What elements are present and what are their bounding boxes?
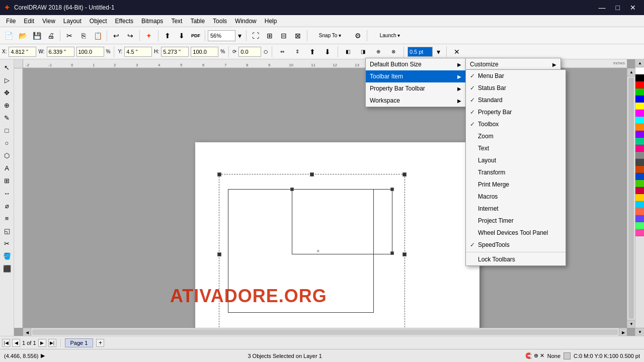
angle-field[interactable]: 0.0 xyxy=(238,47,261,57)
swatch-gold[interactable] xyxy=(635,194,644,201)
transparency-tool[interactable]: ◱ xyxy=(1,225,13,237)
menu-file[interactable]: File xyxy=(2,17,20,26)
zoom-tool[interactable]: ⊕ xyxy=(1,99,13,111)
dd-lock-toolbars[interactable]: ✓ Lock Toolbars xyxy=(466,253,566,265)
swatch-cyan[interactable] xyxy=(635,117,644,124)
ungroup-button[interactable]: ◨ xyxy=(357,45,370,58)
export-button[interactable]: ⬇ xyxy=(175,29,188,42)
connector-tool[interactable]: ⌀ xyxy=(1,200,13,212)
save-button[interactable]: 💾 xyxy=(30,29,43,42)
ellipse-tool[interactable]: ○ xyxy=(1,137,13,149)
swatch-navy[interactable] xyxy=(635,173,644,180)
cut-button[interactable]: ✂ xyxy=(63,29,76,42)
pan-tool[interactable]: ✥ xyxy=(1,86,13,99)
dd-toolbox[interactable]: ✓ Toolbox xyxy=(466,118,566,130)
x-field[interactable]: 4.812 " xyxy=(9,47,36,57)
close-button[interactable]: ✕ xyxy=(626,3,640,13)
dd-menu-bar[interactable]: ✓ Menu Bar xyxy=(466,70,566,82)
swatch-brown[interactable] xyxy=(635,166,644,173)
menu-help[interactable]: Help xyxy=(261,17,281,26)
menu-view[interactable]: View xyxy=(38,17,59,26)
mirror-h-button[interactable]: ⇔ xyxy=(276,45,289,58)
minimize-button[interactable]: — xyxy=(595,3,610,13)
page-first[interactable]: |◀ xyxy=(2,339,10,347)
toolbar-submenu[interactable]: Default Button Size ▶ Toolbar Item ▶ Pro… xyxy=(365,58,466,107)
new-button[interactable]: 📄 xyxy=(2,29,15,42)
w-field[interactable]: 6.339 " xyxy=(47,47,74,57)
page-next[interactable]: ▶ xyxy=(38,339,46,347)
swatch-hotpink[interactable] xyxy=(635,229,644,236)
import-button[interactable]: ⬆ xyxy=(161,29,174,42)
pdf-button[interactable]: PDF xyxy=(189,29,202,42)
dd-macros[interactable]: ✓ Macros xyxy=(466,191,566,203)
menu-layout[interactable]: Layout xyxy=(59,17,86,26)
swatch-yellow[interactable] xyxy=(635,103,644,110)
zoom-input[interactable]: 56% xyxy=(208,30,235,41)
fill-tool[interactable]: 🪣 xyxy=(1,250,13,262)
dd-internet[interactable]: ✓ Internet xyxy=(466,203,566,215)
scroll-up-arrow[interactable]: ▲ xyxy=(627,68,635,76)
snap-to-button[interactable]: Snap To ▾ xyxy=(310,29,350,42)
swatch-darkgray[interactable] xyxy=(635,159,644,166)
swatch-crimson[interactable] xyxy=(635,187,644,194)
dd-status-bar[interactable]: ✓ Status Bar xyxy=(466,82,566,94)
dimension-tool[interactable]: ↔ xyxy=(1,187,13,199)
eyedropper-tool[interactable]: ✂ xyxy=(1,237,13,249)
grid-button[interactable]: ⊞ xyxy=(263,29,276,42)
dd-wheel-devices[interactable]: ✓ Wheel Devices Tool Panel xyxy=(466,227,566,239)
swatch-pink[interactable] xyxy=(635,145,644,152)
swatch-red[interactable] xyxy=(635,81,644,88)
page-prev[interactable]: ◀ xyxy=(12,339,20,347)
dd-property-bar[interactable]: ✓ Property Bar xyxy=(466,106,566,118)
swatch-green[interactable] xyxy=(635,88,644,96)
options-button[interactable]: ⚙ xyxy=(351,29,364,42)
to-back-button[interactable]: ⬇ xyxy=(321,45,334,58)
scroll-down-arrow[interactable]: ▼ xyxy=(627,320,635,328)
group-button[interactable]: ◧ xyxy=(342,45,355,58)
menu-window[interactable]: Window xyxy=(231,17,261,26)
zoom-control[interactable]: 56% ▾ xyxy=(208,29,244,42)
dd-transform[interactable]: ✓ Transform xyxy=(466,166,566,178)
dd-speedtools[interactable]: ✓ SpeedTools xyxy=(466,239,566,251)
swatch-gray[interactable] xyxy=(635,152,644,159)
swatch-indigo[interactable] xyxy=(635,215,644,222)
inner-handle-br[interactable] xyxy=(390,251,394,255)
dd-customize[interactable]: Customize ▶ xyxy=(466,58,560,70)
right-scrollbar[interactable]: ▲ ▼ xyxy=(627,68,635,328)
swatch-white[interactable] xyxy=(635,67,644,74)
swatch-magenta[interactable] xyxy=(635,110,644,117)
polygon-tool[interactable]: ⬡ xyxy=(1,149,13,161)
scale-x-field[interactable]: 100.0 xyxy=(76,47,104,57)
dd-default-button-size[interactable]: Default Button Size ▶ xyxy=(366,58,465,70)
combine-button[interactable]: ⊕ xyxy=(372,45,385,58)
to-front-button[interactable]: ⬆ xyxy=(306,45,319,58)
dd-text[interactable]: ✓ Text xyxy=(466,142,566,154)
menu-tools[interactable]: Tools xyxy=(209,17,231,26)
add-page-button[interactable]: + xyxy=(96,339,104,347)
snap-button[interactable]: ⊠ xyxy=(291,29,304,42)
inner-handle-tr[interactable] xyxy=(390,188,394,191)
menu-effects[interactable]: Effects xyxy=(111,17,137,26)
bottom-scrollbar[interactable]: ◀ ▶ xyxy=(23,328,627,336)
menu-table[interactable]: Table xyxy=(186,17,209,26)
swatch-teal[interactable] xyxy=(635,138,644,145)
guideline-button[interactable]: ⊟ xyxy=(277,29,290,42)
select-tool[interactable]: ↖ xyxy=(1,61,13,73)
swatch-skyblue[interactable] xyxy=(635,201,644,208)
menu-edit[interactable]: Edit xyxy=(20,17,38,26)
paste-button[interactable]: 📋 xyxy=(91,29,104,42)
swatch-blue[interactable] xyxy=(635,96,644,103)
toolbar-list-submenu[interactable]: ✓ Menu Bar ✓ Status Bar ✓ Standard ✓ Pro… xyxy=(465,69,566,266)
scale-y-field[interactable]: 100.0 xyxy=(191,47,218,57)
close-propbar-button[interactable]: ✕ xyxy=(450,45,463,58)
h-field[interactable]: 5.273 " xyxy=(161,47,189,57)
scroll-right-arrow[interactable]: ▶ xyxy=(619,328,627,336)
dd-layout[interactable]: ✓ Layout xyxy=(466,154,566,166)
dd-zoom[interactable]: ✓ Zoom xyxy=(466,130,566,142)
print-button[interactable]: 🖨 xyxy=(44,29,57,42)
undo-button[interactable]: ↩ xyxy=(110,29,123,42)
page-tab[interactable]: Page 1 xyxy=(65,338,94,347)
launch-button[interactable]: Launch ▾ xyxy=(370,29,410,42)
dd-workspace[interactable]: Workspace ▶ xyxy=(366,95,465,107)
zoom-dropdown[interactable]: ▾ xyxy=(235,29,244,42)
